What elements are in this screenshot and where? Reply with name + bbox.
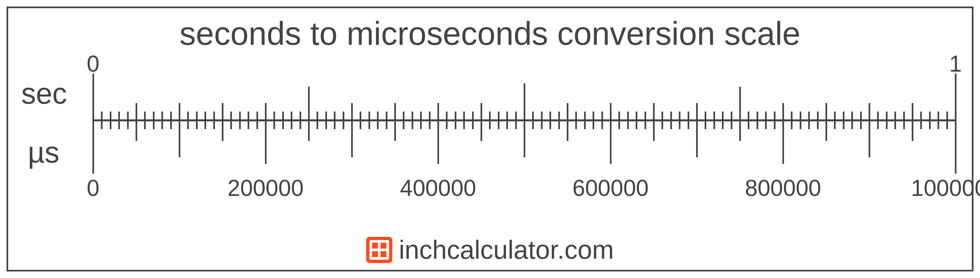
ruler-tick: [860, 119, 862, 129]
ruler-tick: [299, 119, 301, 129]
ruler-tick: [498, 119, 500, 129]
ruler-tick: [541, 119, 542, 129]
unit-label-microseconds: µs: [28, 136, 59, 169]
ruler-tick: [877, 119, 879, 129]
ruler-tick: [274, 119, 275, 129]
ruler-tick: [213, 119, 215, 129]
ruler-tick: [670, 119, 672, 129]
ruler-tick: [739, 87, 741, 121]
ruler-tick: [610, 119, 611, 164]
ruler-tick: [903, 119, 905, 129]
ruler-tick: [472, 119, 474, 129]
ruler-tick: [808, 119, 810, 129]
ruler-tick: [920, 119, 922, 129]
ruler-tick: [627, 119, 629, 129]
ruler-tick: [429, 119, 431, 129]
ruler-tick: [230, 119, 232, 129]
ruler-tick: [757, 119, 758, 129]
ruler-tick: [912, 103, 913, 121]
ruler-tick: [843, 119, 845, 129]
ruler-tick: [696, 119, 698, 157]
ruler-tick: [955, 73, 956, 121]
ruler-tick: [377, 119, 379, 129]
ruler-tick: [834, 119, 835, 129]
ruler-tick: [523, 83, 525, 121]
ruler-tick: [687, 119, 689, 129]
ruler-tick: [291, 119, 293, 129]
ruler-tick: [248, 119, 249, 129]
top-tick-label: 0: [87, 51, 100, 77]
ruler-tick: [351, 119, 353, 157]
ruler-tick: [739, 119, 741, 141]
ruler-tick: [748, 119, 749, 129]
ruler-tick: [783, 103, 784, 121]
bottom-tick-label: 600000: [572, 175, 649, 201]
ruler-tick: [532, 119, 534, 129]
ruler-tick: [110, 119, 111, 129]
ruler-tick: [722, 119, 724, 129]
ruler-tick: [239, 119, 241, 129]
ruler-tick: [196, 119, 197, 129]
ruler-tick: [282, 119, 284, 129]
ruler-tick: [334, 119, 336, 129]
ruler-tick: [135, 119, 137, 141]
ruler-tick: [567, 103, 568, 121]
ruler-tick: [644, 119, 646, 129]
ruler-tick: [420, 119, 422, 129]
ruler-tick: [705, 119, 706, 129]
bottom-tick-label: 200000: [228, 175, 304, 201]
unit-label-seconds: sec: [21, 77, 67, 110]
ruler-tick: [412, 119, 413, 129]
ruler-tick: [713, 119, 715, 129]
ruler-tick: [222, 119, 223, 141]
ruler-tick: [523, 119, 525, 157]
ruler-tick: [817, 119, 819, 129]
ruler-tick: [791, 119, 792, 129]
ruler-tick: [161, 119, 163, 129]
ruler-tick: [394, 119, 396, 141]
ruler-tick: [929, 119, 931, 129]
ruler-tick: [317, 119, 318, 129]
ruler-tick: [869, 119, 870, 157]
ruler-tick: [187, 119, 189, 129]
ruler-tick: [92, 119, 94, 174]
ruler-tick: [325, 119, 327, 129]
ruler-tick: [256, 119, 258, 129]
ruler-tick: [506, 119, 508, 129]
ruler-tick: [369, 119, 370, 129]
ruler-tick: [636, 119, 637, 129]
ruler-tick: [947, 119, 948, 129]
ruler-tick: [480, 119, 482, 141]
ruler-tick: [144, 119, 146, 129]
ruler-tick: [618, 119, 620, 129]
ruler-tick: [826, 119, 827, 141]
ruler-tick: [438, 119, 439, 164]
ruler-tick: [205, 119, 206, 129]
ruler-tick: [308, 87, 310, 121]
ruler-tick: [360, 119, 361, 129]
ruler-tick: [394, 103, 396, 121]
ruler-tick: [575, 119, 577, 129]
ruler-tick: [549, 119, 551, 129]
diagram-title: seconds to microseconds conversion scale: [8, 15, 972, 52]
ruler-tick: [343, 119, 344, 129]
ruler-tick: [265, 119, 267, 164]
ruler-tick: [826, 103, 827, 121]
ruler-tick: [308, 119, 310, 141]
ruler-tick: [489, 119, 491, 129]
ruler-tick: [912, 119, 913, 141]
ruler-tick: [135, 103, 137, 121]
ruler-tick: [584, 119, 586, 129]
ruler-tick: [567, 119, 568, 141]
ruler-tick: [101, 119, 103, 129]
ruler-tick: [593, 119, 594, 129]
ruler-tick: [351, 103, 353, 121]
ruler-tick: [696, 103, 698, 121]
ruler-tick: [653, 103, 655, 121]
ruler-tick: [179, 103, 180, 121]
ruler-tick: [783, 119, 784, 164]
ruler-tick: [455, 119, 457, 129]
ruler-tick: [886, 119, 888, 129]
ruler-tick: [463, 119, 465, 129]
ruler-tick: [480, 103, 482, 121]
